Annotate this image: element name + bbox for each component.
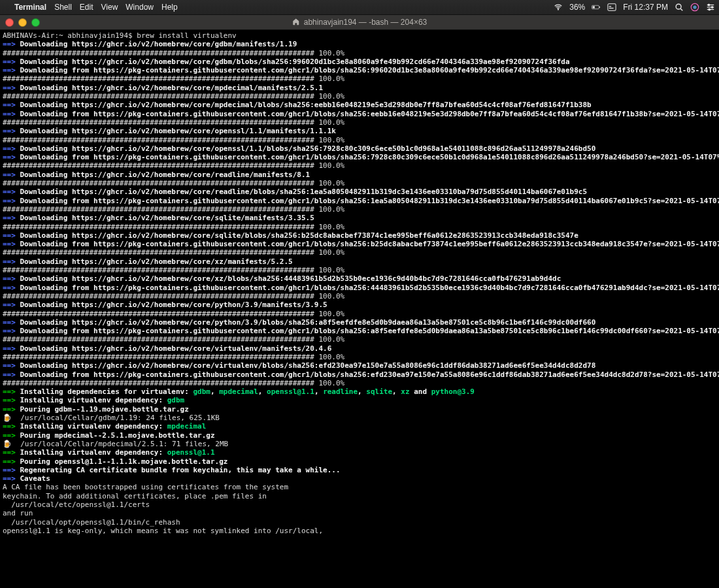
battery-percent: 36%: [569, 3, 585, 12]
menu-window[interactable]: Window: [125, 3, 154, 12]
macos-menubar: Terminal Shell Edit View Window Help 36%…: [0, 0, 719, 15]
battery-icon[interactable]: [592, 3, 601, 12]
input-source-icon[interactable]: [607, 3, 616, 12]
svg-rect-3: [593, 6, 595, 8]
control-center-icon[interactable]: [706, 3, 715, 12]
svg-point-7: [676, 4, 681, 9]
window-title: abhinavjain194 — -bash — 204×63: [304, 18, 427, 27]
terminal-content[interactable]: ABHINAVs-Air:~ abhinavjain194$ brew inst…: [0, 30, 719, 588]
window-controls: [0, 18, 40, 27]
zoom-button[interactable]: [31, 18, 40, 27]
app-menu[interactable]: Terminal: [14, 3, 46, 12]
wifi-icon[interactable]: [554, 3, 563, 12]
clock[interactable]: Fri 12:37 PM: [623, 3, 668, 12]
svg-rect-2: [599, 7, 600, 8]
svg-rect-4: [608, 4, 616, 11]
menu-help[interactable]: Help: [161, 3, 178, 12]
svg-point-16: [709, 8, 710, 10]
menu-view[interactable]: View: [101, 3, 118, 12]
menu-shell[interactable]: Shell: [54, 3, 72, 12]
spotlight-icon[interactable]: [675, 3, 684, 12]
svg-point-15: [711, 7, 712, 8]
close-button[interactable]: [5, 18, 14, 27]
minimize-button[interactable]: [18, 18, 27, 27]
siri-icon[interactable]: [690, 3, 699, 12]
svg-rect-6: [609, 8, 614, 8]
svg-rect-5: [609, 6, 612, 7]
svg-line-8: [680, 8, 682, 10]
home-folder-icon: [292, 18, 300, 27]
svg-point-10: [693, 5, 696, 8]
svg-point-0: [558, 9, 559, 10]
svg-point-14: [708, 4, 709, 5]
terminal-titlebar: abhinavjain194 — -bash — 204×63: [0, 15, 719, 30]
menu-edit[interactable]: Edit: [80, 3, 93, 12]
